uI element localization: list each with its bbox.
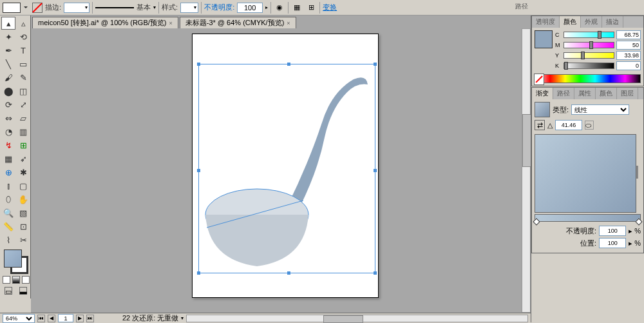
m-slider[interactable] (564, 42, 614, 48)
rotate-tool[interactable]: ⟳ (1, 98, 15, 111)
gradient-slider[interactable] (535, 214, 641, 222)
type-tool[interactable]: T (16, 44, 30, 57)
gradient-preview[interactable] (535, 134, 636, 213)
current-color-swatch[interactable] (535, 30, 553, 48)
gradient-tool[interactable]: ▦ (1, 152, 15, 165)
c-slider[interactable] (564, 32, 614, 38)
gradient-type-label: 类型: (553, 105, 569, 115)
mesh-tool[interactable]: ⊞ (16, 139, 30, 152)
last-page-btn[interactable]: ⏭ (86, 315, 94, 322)
color-mode-none[interactable] (22, 276, 30, 284)
distribute-icon[interactable]: ⊞ (305, 2, 317, 14)
aspect-ratio-icon[interactable]: ⬭ (585, 121, 594, 130)
slice-tool[interactable]: ⬯ (1, 193, 15, 206)
tab-layers[interactable]: 图层 (617, 88, 638, 99)
opacity-arrow[interactable]: ▸ (265, 5, 268, 10)
width-tool[interactable]: ⇔ (1, 112, 15, 124)
tab-path[interactable]: 路径 (553, 88, 574, 99)
tab-stroke[interactable]: 描边 (602, 16, 623, 28)
reverse-gradient-icon[interactable]: ⇄ (535, 120, 545, 130)
free-transform-tool[interactable]: ▱ (16, 112, 30, 124)
angle-input[interactable] (555, 120, 582, 130)
status-dropdown-icon[interactable]: ▾ (181, 315, 184, 321)
tab-transparency[interactable]: 透明度 (532, 16, 560, 28)
brush-stroke-preview[interactable] (95, 7, 134, 8)
pencil-tool[interactable]: ✎ (16, 71, 30, 84)
artboard-tool[interactable]: ▢ (16, 179, 30, 192)
direct-selection-tool[interactable]: ▵ (16, 17, 30, 30)
transform-link[interactable]: 变换 (323, 3, 337, 12)
y-value[interactable] (616, 51, 641, 60)
gradient-type-select[interactable]: 线性 (571, 104, 629, 115)
gradient-opacity-input[interactable] (599, 226, 626, 236)
scissors-tool[interactable]: ✂ (16, 233, 30, 246)
symbol-sprayer-tool[interactable]: ✱ (16, 166, 30, 179)
tab-attributes[interactable]: 属性 (574, 88, 596, 99)
canvas-area[interactable] (31, 28, 531, 313)
crop-tool[interactable]: ⊡ (16, 220, 30, 233)
live-paint-tool[interactable]: ▥ (16, 125, 30, 138)
style-dropdown[interactable] (180, 3, 198, 13)
color-mode-row (1, 276, 30, 286)
selection-tool[interactable]: ▴ (1, 17, 15, 30)
close-icon[interactable]: × (287, 20, 290, 26)
screen-mode-normal[interactable]: ▭ (5, 287, 12, 295)
first-page-btn[interactable]: ⏮ (37, 315, 45, 322)
eraser-tool[interactable]: ◫ (16, 84, 30, 97)
color-spectrum[interactable] (535, 74, 641, 83)
hand-tool[interactable]: ✋ (16, 193, 30, 206)
page-input[interactable] (58, 314, 73, 322)
opacity-input[interactable] (237, 3, 263, 13)
shape-builder-tool[interactable]: ◔ (1, 125, 15, 138)
blend-tool[interactable]: ⊕ (1, 166, 15, 179)
tab-gradient[interactable]: 渐变 (532, 88, 553, 99)
close-icon[interactable]: × (169, 20, 172, 26)
gradient-stop-start[interactable] (533, 218, 540, 225)
perspective-grid-tool[interactable]: ↯ (1, 139, 15, 152)
fill-stroke-swatches[interactable] (1, 250, 30, 275)
zoom-select[interactable]: 64% (3, 314, 35, 323)
tab-appearance[interactable]: 外观 (581, 16, 602, 28)
tab-color[interactable]: 颜色 (560, 16, 581, 28)
zoom-tool[interactable]: 🔍 (1, 206, 15, 219)
rectangle-tool[interactable]: ▭ (16, 57, 30, 70)
line-tool[interactable]: ╲ (1, 57, 15, 70)
magic-wand-tool[interactable]: ✦ (1, 30, 15, 43)
paintbrush-tool[interactable]: 🖌 (1, 71, 15, 84)
k-slider[interactable] (564, 63, 614, 69)
artwork-spoon[interactable] (193, 34, 379, 299)
pen-tool[interactable]: ✒ (1, 44, 15, 57)
no-fill-icon[interactable] (32, 3, 43, 13)
artboard[interactable] (192, 34, 379, 298)
color-mode-gradient[interactable] (12, 276, 20, 284)
fill-swatch-tool[interactable] (4, 250, 22, 268)
m-value[interactable] (616, 41, 641, 50)
align-icon[interactable]: ▦ (291, 2, 303, 14)
eyedropper-tool[interactable]: ➶ (16, 152, 30, 165)
next-page-btn[interactable]: ▶ (76, 315, 84, 322)
c-value[interactable] (616, 30, 641, 39)
scale-tool[interactable]: ⤢ (16, 98, 30, 111)
k-value[interactable] (616, 61, 641, 70)
gradient-position-input[interactable] (599, 238, 626, 248)
doc-tab-1[interactable]: meicon50 [转换].ai* @ 100% (RGB/预览) × (32, 17, 178, 28)
stroke-weight-dropdown[interactable] (64, 3, 90, 13)
gradient-swatch[interactable] (535, 102, 550, 117)
y-slider[interactable] (564, 52, 614, 59)
measure-tool[interactable]: 📏 (1, 220, 15, 233)
horizontal-scrollbar[interactable] (186, 315, 528, 322)
color-mode-solid[interactable] (3, 276, 10, 284)
recolor-artwork-icon[interactable]: ◉ (274, 2, 285, 14)
screen-mode-full[interactable]: ▬ (19, 287, 27, 295)
column-graph-tool[interactable]: ⫿ (1, 179, 15, 192)
gradient-stop-end[interactable] (635, 218, 642, 225)
knife-tool[interactable]: ⌇ (1, 233, 15, 246)
print-tiling-tool[interactable]: ▧ (16, 206, 30, 219)
doc-tab-2[interactable]: 未标题-3* @ 64% (CMYK/预览) × (180, 17, 296, 28)
tab-color2[interactable]: 颜色 (596, 88, 617, 99)
prev-page-btn[interactable]: ◀ (48, 315, 55, 322)
fill-swatch[interactable] (3, 3, 21, 13)
vertical-scrollbar[interactable] (522, 28, 531, 313)
lasso-tool[interactable]: ⟲ (16, 30, 30, 43)
blob-brush-tool[interactable]: ⬤ (1, 84, 15, 97)
